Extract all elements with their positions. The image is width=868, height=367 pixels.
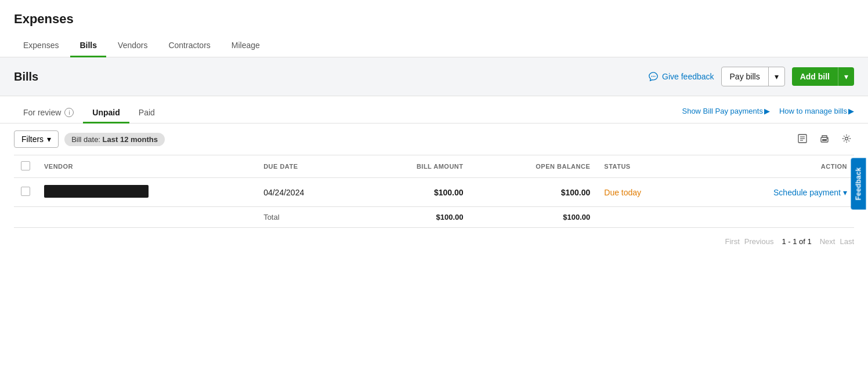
filters-bar: Filters ▾ Bill date: Last 12 months <box>0 123 868 155</box>
row-checkbox[interactable] <box>21 187 30 196</box>
col-action: Action <box>692 155 854 178</box>
total-vendor-empty <box>37 207 256 228</box>
page-info: 1 - 1 of 1 <box>782 237 811 246</box>
col-bill-amount: Bill Amount <box>358 155 471 178</box>
show-bill-pay-link[interactable]: Show Bill Pay payments ▶ <box>682 107 769 115</box>
top-header: Expenses <box>0 0 868 35</box>
filters-button[interactable]: Filters ▾ <box>14 130 59 148</box>
page-next-button: Next <box>820 237 836 246</box>
total-label-cell: Total <box>256 207 357 228</box>
filters-label: Filters <box>21 135 44 144</box>
bills-table: Vendor Due Date Bill Amount Open Balance… <box>14 155 854 228</box>
total-bill-amount-cell: $100.00 <box>358 207 471 228</box>
filters-left: Filters ▾ Bill date: Last 12 months <box>14 130 165 148</box>
settings-icon-button[interactable] <box>839 131 854 148</box>
tab-mileage[interactable]: Mileage <box>222 35 269 57</box>
pay-bills-label: Pay bills <box>722 67 769 86</box>
total-status-empty <box>597 207 692 228</box>
pay-bills-button[interactable]: Pay bills ▾ <box>721 67 785 86</box>
total-row: Total $100.00 $100.00 <box>14 207 854 228</box>
for-review-label: For review <box>23 108 61 117</box>
sub-tab-links: Show Bill Pay payments ▶ How to manage b… <box>682 107 854 120</box>
show-bill-pay-label: Show Bill Pay payments <box>682 107 762 115</box>
due-date-cell: 04/24/2024 <box>256 178 357 207</box>
col-open-balance: Open Balance <box>471 155 598 178</box>
bill-amount-cell: $100.00 <box>358 178 471 207</box>
svg-point-1 <box>653 76 654 77</box>
sub-tabs-bar: For review i Unpaid Paid Show Bill Pay p… <box>0 96 868 123</box>
tab-vendors[interactable]: Vendors <box>108 35 157 57</box>
export-icon <box>797 133 808 144</box>
bills-actions: Give feedback Pay bills ▾ Add bill ▾ <box>648 67 854 86</box>
main-nav: Expenses Bills Vendors Contractors Milea… <box>0 35 868 57</box>
total-open-balance-cell: $100.00 <box>471 207 598 228</box>
table-row: 04/24/2024 $100.00 $100.00 Due today Sch… <box>14 178 854 207</box>
schedule-payment-label: Schedule payment <box>773 188 841 197</box>
total-check-empty <box>14 207 37 228</box>
page-title: Expenses <box>14 12 854 35</box>
print-icon <box>819 133 830 144</box>
how-to-manage-link[interactable]: How to manage bills ▶ <box>779 107 854 115</box>
status-cell: Due today <box>597 178 692 207</box>
for-review-info-icon[interactable]: i <box>64 108 74 117</box>
schedule-payment-button[interactable]: Schedule payment ▾ <box>699 188 847 197</box>
add-bill-button[interactable]: Add bill ▾ <box>792 67 854 86</box>
page-wrapper: Expenses Expenses Bills Vendors Contract… <box>0 0 868 367</box>
tab-bills[interactable]: Bills <box>70 35 106 57</box>
table-header-row: Vendor Due Date Bill Amount Open Balance… <box>14 155 854 178</box>
svg-point-10 <box>845 137 848 140</box>
svg-point-0 <box>651 76 652 77</box>
feedback-side-tab[interactable]: Feedback <box>851 158 866 209</box>
col-status: Status <box>597 155 692 178</box>
svg-rect-8 <box>822 139 827 141</box>
select-all-checkbox[interactable] <box>21 161 30 170</box>
bills-header: Bills Give feedback Pay bills ▾ Add bill <box>0 57 868 96</box>
export-icon-button[interactable] <box>795 131 810 148</box>
tab-expenses[interactable]: Expenses <box>14 35 68 57</box>
settings-icon <box>841 133 852 144</box>
add-bill-arrow-icon[interactable]: ▾ <box>838 67 854 86</box>
page-previous-button: Previous <box>744 237 774 246</box>
paid-label: Paid <box>139 108 155 117</box>
bills-table-wrapper: Vendor Due Date Bill Amount Open Balance… <box>0 155 868 228</box>
col-vendor: Vendor <box>37 155 256 178</box>
vendor-cell <box>37 178 256 207</box>
filter-chip-prefix: Bill date: <box>71 135 102 144</box>
feedback-side-label: Feedback <box>855 167 863 200</box>
col-check <box>14 155 37 178</box>
how-to-manage-label: How to manage bills <box>779 107 847 115</box>
status-badge: Due today <box>604 188 641 197</box>
feedback-icon <box>648 71 659 82</box>
pagination: First Previous 1 - 1 of 1 Next Last <box>0 228 868 255</box>
page-first-button: First <box>725 237 740 246</box>
svg-point-9 <box>827 138 828 139</box>
sub-tabs: For review i Unpaid Paid <box>14 103 164 123</box>
filter-chip-bill-date[interactable]: Bill date: Last 12 months <box>64 133 165 146</box>
tab-contractors[interactable]: Contractors <box>159 35 219 57</box>
unpaid-label: Unpaid <box>92 108 120 117</box>
vendor-name-redacted <box>44 185 149 198</box>
give-feedback-label: Give feedback <box>662 72 714 81</box>
filter-chip-value: Last 12 months <box>103 135 158 144</box>
how-to-manage-arrow-icon: ▶ <box>848 107 854 115</box>
svg-point-2 <box>654 76 656 77</box>
filters-right <box>795 131 854 148</box>
give-feedback-button[interactable]: Give feedback <box>648 71 714 82</box>
col-due-date: Due Date <box>256 155 357 178</box>
page-last-button: Last <box>840 237 854 246</box>
total-action-empty <box>692 207 854 228</box>
bills-title: Bills <box>14 70 38 83</box>
pay-bills-arrow-icon[interactable]: ▾ <box>769 67 784 86</box>
action-cell: Schedule payment ▾ <box>692 178 854 207</box>
show-bill-pay-arrow-icon: ▶ <box>764 107 770 115</box>
subtab-for-review[interactable]: For review i <box>14 103 83 123</box>
row-checkbox-cell <box>14 178 37 207</box>
filters-chevron-icon: ▾ <box>47 135 51 144</box>
add-bill-label: Add bill <box>792 67 838 86</box>
schedule-payment-arrow-icon: ▾ <box>843 188 847 197</box>
print-icon-button[interactable] <box>817 131 832 148</box>
subtab-unpaid[interactable]: Unpaid <box>83 103 129 123</box>
subtab-paid[interactable]: Paid <box>129 103 164 123</box>
open-balance-cell: $100.00 <box>471 178 598 207</box>
